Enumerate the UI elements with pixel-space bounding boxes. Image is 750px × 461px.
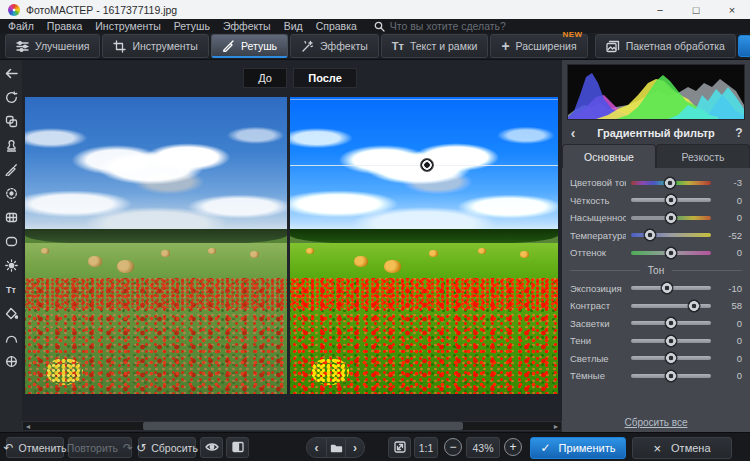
gradient-filter-top-line[interactable] — [290, 99, 558, 100]
new-badge: NEW — [562, 30, 582, 39]
zoom-in-button[interactable]: + — [504, 438, 522, 456]
minimize-button[interactable]: − — [642, 0, 678, 19]
slider-value: 0 — [716, 212, 742, 223]
reset-button[interactable]: ↺ Сбросить — [138, 437, 196, 458]
healing-patch-tool-icon[interactable] — [2, 114, 20, 129]
panel-tab-basic[interactable]: Основные — [562, 144, 656, 168]
slider-knob[interactable] — [665, 194, 678, 207]
gradient-filter-tool-icon[interactable] — [2, 354, 20, 369]
apply-button[interactable]: ✓ Применить — [530, 437, 626, 459]
exposure-slider[interactable] — [631, 286, 711, 290]
magic-wand-icon — [301, 40, 314, 53]
actual-size-button[interactable]: 1:1 — [414, 437, 438, 458]
slider-row-highlights: Засветки 0 — [570, 315, 742, 333]
compare-view-button[interactable] — [226, 437, 249, 458]
curves-tool-icon[interactable] — [2, 330, 20, 345]
before-label[interactable]: До — [243, 68, 287, 88]
hue-slider[interactable] — [631, 181, 711, 185]
menu-edit[interactable]: Правка — [47, 20, 82, 32]
slider-knob[interactable] — [665, 246, 678, 259]
next-photo-button[interactable]: › — [345, 438, 364, 457]
radial-filter-tool-icon[interactable] — [2, 258, 20, 273]
temperature-slider[interactable] — [631, 233, 711, 237]
menu-help[interactable]: Справка — [316, 20, 357, 32]
menu-file[interactable]: Файл — [8, 20, 34, 32]
clone-stamp-tool-icon[interactable] — [2, 138, 20, 153]
tab-batch-processing[interactable]: Пакетная обработка — [595, 34, 736, 58]
panel-back-icon[interactable]: ‹ — [562, 125, 584, 141]
menu-effects[interactable]: Эффекты — [223, 20, 271, 32]
horizontal-scrollbar[interactable]: ◄ ► — [22, 421, 562, 431]
preview-original-button[interactable] — [200, 437, 223, 458]
panel-header: ‹ Градиентный фильтр ? — [562, 122, 750, 144]
panel-tab-sharpness[interactable]: Резкость — [656, 144, 750, 168]
tab-effects[interactable]: Эффекты — [290, 34, 379, 58]
slider-knob[interactable] — [663, 176, 676, 189]
open-folder-button[interactable] — [326, 438, 345, 457]
brush-icon — [222, 39, 235, 52]
menu-tools[interactable]: Инструменты — [95, 20, 160, 32]
redo-label: Повторить — [67, 442, 118, 454]
back-tool-icon[interactable] — [2, 66, 20, 81]
zoom-level[interactable]: 43% — [466, 437, 500, 458]
tab-extensions[interactable]: NEW + Расширения — [490, 34, 587, 58]
teeth-whitening-tool-icon[interactable] — [2, 210, 20, 225]
blacks-slider[interactable] — [631, 374, 711, 378]
yellow-flowers — [311, 358, 349, 385]
highlights-slider[interactable] — [631, 321, 711, 325]
compare-icon — [232, 441, 244, 455]
crop-rotate-tool-icon[interactable] — [2, 90, 20, 105]
before-photo — [25, 97, 287, 394]
adjustment-brush-tool-icon[interactable] — [2, 162, 20, 177]
search-input[interactable] — [390, 20, 550, 32]
slider-knob[interactable] — [688, 299, 701, 312]
undo-button[interactable]: ↶ Отменить — [6, 437, 64, 458]
tab-text-frames[interactable]: Tт Текст и рамки — [381, 34, 489, 58]
tint-slider[interactable] — [631, 251, 711, 255]
whites-slider[interactable] — [631, 356, 711, 360]
saturation-slider[interactable] — [631, 216, 711, 220]
after-label[interactable]: После — [293, 68, 357, 88]
slider-knob[interactable] — [665, 211, 678, 224]
close-button[interactable]: × — [714, 0, 750, 19]
scroll-right-icon[interactable]: ► — [551, 422, 561, 430]
slider-knob[interactable] — [665, 334, 678, 347]
scrollbar-track[interactable] — [33, 422, 551, 430]
zoom-out-button[interactable]: − — [444, 438, 462, 456]
fit-to-screen-button[interactable] — [388, 437, 411, 458]
redo-button[interactable]: Повторить ↷ — [68, 437, 132, 458]
menu-retouch[interactable]: Ретушь — [174, 20, 210, 32]
slider-knob[interactable] — [661, 282, 674, 295]
cancel-button[interactable]: × Отмена — [632, 437, 732, 459]
slider-label: Чёткость — [570, 195, 626, 206]
scroll-left-icon[interactable]: ◄ — [23, 422, 33, 430]
slider-row-hue: Цветовой тон -3 — [570, 174, 742, 192]
gradient-filter-handle[interactable] — [420, 158, 434, 172]
menu-search — [374, 20, 550, 32]
tab-instruments[interactable]: Инструменты — [102, 34, 208, 58]
slider-knob[interactable] — [665, 352, 678, 365]
tab-enhancements[interactable]: Улучшения — [5, 34, 100, 58]
apply-label: Применить — [559, 442, 616, 454]
tab-retouch[interactable]: Ретушь — [211, 34, 288, 58]
red-eye-tool-icon[interactable] — [2, 186, 20, 201]
slider-label: Засветки — [570, 318, 626, 329]
maximize-button[interactable]: □ — [678, 0, 714, 19]
fill-tool-icon[interactable] — [2, 306, 20, 321]
menu-view[interactable]: Вид — [284, 20, 303, 32]
contrast-slider[interactable] — [631, 304, 711, 308]
reset-all-link[interactable]: Сбросить все — [562, 417, 750, 428]
help-icon[interactable]: ? — [728, 126, 750, 140]
slider-knob[interactable] — [665, 317, 678, 330]
clarity-slider[interactable] — [631, 198, 711, 202]
hay-bale — [384, 260, 401, 273]
vignette-tool-icon[interactable] — [2, 234, 20, 249]
shadows-slider[interactable] — [631, 339, 711, 343]
text-tool-icon[interactable]: Tт — [2, 282, 20, 297]
slider-row-tint: Оттенок 0 — [570, 244, 742, 262]
prev-photo-button[interactable]: ‹ — [307, 438, 326, 457]
slider-knob[interactable] — [644, 229, 657, 242]
save-button[interactable]: Сохранить — [738, 35, 750, 57]
scrollbar-thumb[interactable] — [143, 422, 463, 430]
slider-knob[interactable] — [665, 369, 678, 382]
